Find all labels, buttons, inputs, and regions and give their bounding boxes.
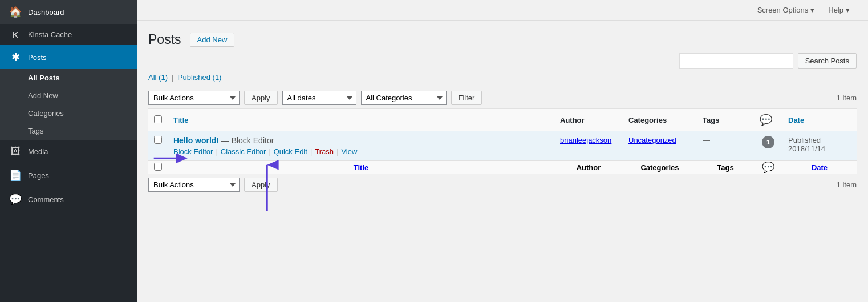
filter-all-link[interactable]: All (1) xyxy=(148,73,170,82)
bottom-toolbar: Bulk Actions Apply 1 item xyxy=(148,174,857,195)
sidebar-item-label: Tags xyxy=(28,127,43,135)
table-container: Title Author Categories Tags 💬 xyxy=(148,108,857,174)
comment-count-badge: 1 xyxy=(762,136,774,148)
sidebar-item-all-posts[interactable]: All Posts xyxy=(0,69,137,87)
page-title: Posts xyxy=(148,32,181,47)
screen-options-button[interactable]: Screen Options ▾ xyxy=(751,2,822,18)
header-date-col: Date xyxy=(782,109,857,131)
row-checkbox-cell xyxy=(148,131,168,161)
add-new-button[interactable]: Add New xyxy=(190,33,235,47)
header-comments-col: 💬 xyxy=(754,109,782,131)
sidebar-item-label: All Posts xyxy=(28,74,60,82)
sidebar: 🏠 Dashboard K Kinsta Cache ✱ Posts All P… xyxy=(0,0,137,302)
page-header: Posts Add New xyxy=(148,32,857,47)
row-date-cell: Published 2018/11/14 xyxy=(782,131,857,161)
sidebar-item-label: Media xyxy=(28,147,48,156)
main-content: Screen Options ▾ Help ▾ Posts Add New Se… xyxy=(137,0,868,302)
screen-options-chevron-icon: ▾ xyxy=(810,6,814,14)
date-sort-link[interactable]: Date xyxy=(788,116,804,124)
sidebar-item-tags[interactable]: Tags xyxy=(0,122,137,140)
footer-title-sort-link[interactable]: Title xyxy=(354,163,369,172)
classic-editor-link[interactable]: Classic Editor xyxy=(221,147,266,156)
help-label: Help xyxy=(828,6,843,14)
footer-date-sort-link[interactable]: Date xyxy=(812,163,828,172)
sidebar-item-label: Posts xyxy=(28,53,47,62)
row-title-cell: Hello world! — Block Editor Block Editor… xyxy=(168,131,554,161)
post-title: Hello world! — Block Editor xyxy=(173,136,549,145)
bulk-actions-select[interactable]: Bulk Actions xyxy=(148,91,240,105)
table-row: Hello world! — Block Editor Block Editor… xyxy=(148,131,857,161)
view-link[interactable]: View xyxy=(341,147,357,156)
post-title-link[interactable]: Hello world! — Block Editor xyxy=(173,136,274,145)
comments-icon: 💬 xyxy=(9,193,22,206)
footer-checkbox-col xyxy=(148,161,168,174)
help-button[interactable]: Help ▾ xyxy=(821,2,857,18)
top-toolbar: Bulk Actions Apply All dates All Categor… xyxy=(148,87,857,108)
filter-published-link[interactable]: Published (1) xyxy=(178,73,222,82)
sidebar-item-kinsta-cache[interactable]: K Kinsta Cache xyxy=(0,24,137,45)
search-input[interactable] xyxy=(679,53,793,69)
post-title-rest: — Block Editor xyxy=(221,136,274,145)
categories-filter-select[interactable]: All Categories xyxy=(361,91,447,105)
item-count-bottom: 1 item xyxy=(837,180,857,189)
tags-dash: — xyxy=(703,136,710,144)
item-count-top: 1 item xyxy=(837,94,857,102)
table-header-row: Title Author Categories Tags 💬 xyxy=(148,109,857,131)
title-sort-link[interactable]: Title xyxy=(173,116,189,124)
comment-bubble-icon: 💬 xyxy=(760,114,772,126)
footer-tags-col: Tags xyxy=(697,161,754,174)
author-link[interactable]: brianleejackson xyxy=(560,136,611,144)
date-value: 2018/11/14 xyxy=(788,144,825,153)
post-actions: Block Editor | Classic Editor | Quick Ed… xyxy=(173,147,549,156)
apply-button-bottom[interactable]: Apply xyxy=(244,178,278,192)
topbar: Screen Options ▾ Help ▾ xyxy=(137,0,868,21)
sidebar-item-pages[interactable]: 📄 Pages xyxy=(0,163,137,187)
content-area: Posts Add New Search Posts All (1) | Pub… xyxy=(137,21,868,302)
footer-title-col: Title xyxy=(168,161,554,174)
help-chevron-icon: ▾ xyxy=(846,6,850,14)
row-comments-cell: 1 xyxy=(754,131,782,161)
table-footer-row: Title Author Categories Tags 💬 xyxy=(148,161,857,174)
row-checkbox[interactable] xyxy=(154,136,162,144)
trash-link[interactable]: Trash xyxy=(315,147,334,156)
dates-filter-select[interactable]: All dates xyxy=(282,91,356,105)
header-title-col: Title xyxy=(168,109,554,131)
sidebar-item-add-new[interactable]: Add New xyxy=(0,87,137,104)
footer-author-col: Author xyxy=(554,161,623,174)
footer-select-all-checkbox[interactable] xyxy=(154,163,162,171)
sidebar-item-media[interactable]: 🖼 Media xyxy=(0,140,137,163)
sidebar-item-categories[interactable]: Categories xyxy=(0,104,137,122)
filter-links: All (1) | Published (1) xyxy=(148,73,857,82)
category-link[interactable]: Uncategorized xyxy=(628,136,676,144)
apply-button-top[interactable]: Apply xyxy=(244,91,278,105)
bottom-bulk-actions-select[interactable]: Bulk Actions xyxy=(148,178,240,192)
sidebar-item-dashboard[interactable]: 🏠 Dashboard xyxy=(0,0,137,24)
row-tags-cell: — xyxy=(697,131,754,161)
sidebar-item-label: Dashboard xyxy=(28,8,64,17)
pages-icon: 📄 xyxy=(9,169,22,182)
footer-comment-icon: 💬 xyxy=(762,162,774,173)
header-tags-col: Tags xyxy=(697,109,754,131)
sidebar-item-label: Kinsta Cache xyxy=(28,30,72,39)
posts-table: Title Author Categories Tags 💬 xyxy=(148,108,857,174)
header-categories-col: Categories xyxy=(623,109,697,131)
screen-options-label: Screen Options xyxy=(757,6,809,14)
search-row: Search Posts xyxy=(148,53,857,69)
sidebar-item-label: Add New xyxy=(28,91,58,100)
header-author-col: Author xyxy=(554,109,623,131)
sidebar-item-comments[interactable]: 💬 Comments xyxy=(0,187,137,211)
dashboard-icon: 🏠 xyxy=(9,6,22,18)
row-categories-cell: Uncategorized xyxy=(623,131,697,161)
block-editor-link[interactable]: Block Editor xyxy=(173,147,213,156)
row-author-cell: brianleejackson xyxy=(554,131,623,161)
footer-comments-col: 💬 xyxy=(754,161,782,174)
sidebar-item-label: Categories xyxy=(28,109,64,118)
kinsta-icon: K xyxy=(9,30,22,39)
select-all-checkbox[interactable] xyxy=(154,115,162,123)
quick-edit-link[interactable]: Quick Edit xyxy=(274,147,307,156)
footer-date-col: Date xyxy=(782,161,857,174)
filter-button[interactable]: Filter xyxy=(451,91,482,105)
sidebar-item-posts[interactable]: ✱ Posts xyxy=(0,45,137,69)
search-posts-button[interactable]: Search Posts xyxy=(798,53,857,69)
post-title-bold: Hello world! xyxy=(173,136,219,145)
